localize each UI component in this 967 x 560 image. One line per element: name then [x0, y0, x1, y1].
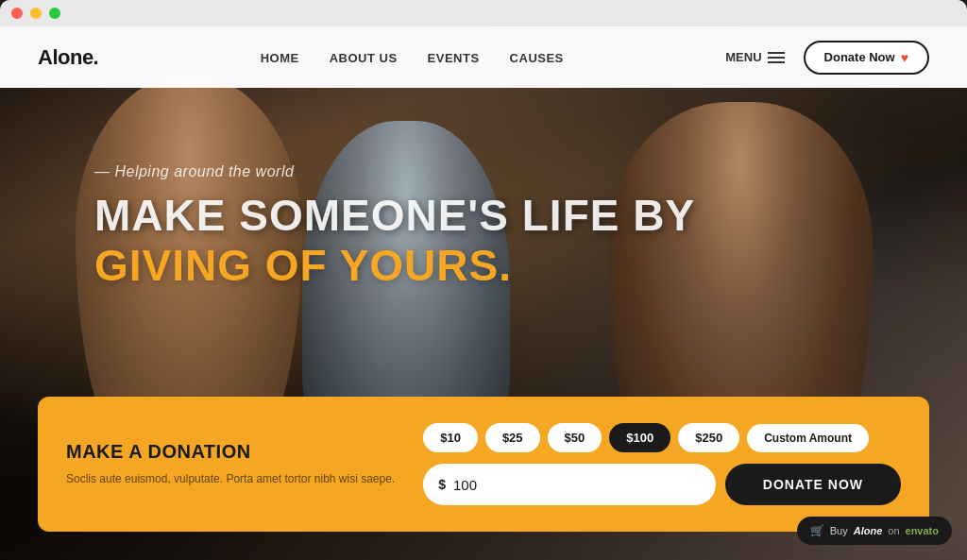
nav-links: HOME ABOUT US EVENTS CAUSES: [261, 49, 564, 66]
envato-badge[interactable]: 🛒 Buy Alone on envato: [797, 517, 952, 545]
donate-now-submit-button[interactable]: DONATE NOW: [725, 464, 901, 505]
donate-now-button[interactable]: Donate Now ♥: [804, 41, 929, 75]
hero-content: Helping around the world MAKE SOMEONE'S …: [0, 88, 967, 292]
close-button[interactable]: [11, 8, 23, 19]
site-logo[interactable]: Alone.: [38, 45, 98, 70]
amount-input[interactable]: [453, 477, 701, 493]
amount-input-wrap: $: [423, 464, 716, 505]
navbar: Alone. HOME ABOUT US EVENTS CAUSES MENU: [0, 26, 967, 88]
amount-button-100[interactable]: $100: [609, 423, 670, 452]
hero-title-line1: MAKE SOMEONE'S LIFE BY: [94, 192, 967, 240]
platform-name: envato: [906, 525, 939, 536]
currency-symbol: $: [438, 477, 446, 492]
donation-panel: MAKE A DONATION Soclis aute euismod, vul…: [38, 397, 929, 532]
amount-button-25[interactable]: $25: [485, 423, 540, 452]
amount-button-250[interactable]: $250: [678, 423, 739, 452]
buy-text: Buy: [830, 525, 848, 536]
donation-info: MAKE A DONATION Soclis aute euismod, vul…: [66, 441, 395, 487]
hamburger-icon: [768, 52, 785, 63]
nav-right: MENU Donate Now ♥: [725, 41, 929, 75]
nav-item-home[interactable]: HOME: [261, 49, 299, 66]
amount-button-50[interactable]: $50: [548, 423, 602, 452]
amount-buttons-row: $10 $25 $50 $100 $250 Custom Amount: [423, 423, 901, 452]
donation-input-row: $ DONATE NOW: [423, 464, 901, 505]
cart-icon: 🛒: [810, 524, 824, 537]
donate-btn-label: Donate Now: [824, 50, 895, 64]
product-name: Alone: [854, 525, 883, 536]
fullscreen-button[interactable]: [49, 8, 60, 19]
nav-link-causes[interactable]: CAUSES: [510, 51, 564, 65]
menu-label: MENU: [725, 50, 761, 64]
menu-button[interactable]: MENU: [725, 50, 784, 64]
site-container: Alone. HOME ABOUT US EVENTS CAUSES MENU: [0, 26, 967, 560]
donation-controls: $10 $25 $50 $100 $250 Custom Amount $ DO…: [423, 423, 901, 505]
hero-subtitle: Helping around the world: [94, 163, 967, 180]
amount-button-custom[interactable]: Custom Amount: [747, 424, 869, 452]
nav-item-about[interactable]: ABOUT US: [330, 49, 398, 66]
nav-link-events[interactable]: EVENTS: [428, 51, 480, 65]
window-chrome: [0, 0, 967, 26]
minimize-button[interactable]: [30, 8, 42, 19]
donation-title: MAKE A DONATION: [66, 441, 395, 463]
nav-item-causes[interactable]: CAUSES: [510, 49, 564, 66]
on-text: on: [888, 525, 899, 536]
nav-link-home[interactable]: HOME: [261, 51, 299, 65]
heart-icon: ♥: [901, 50, 908, 65]
donation-description: Soclis aute euismod, vulputate. Porta am…: [66, 470, 395, 487]
hero-title-line2: GIVING OF YOURS.: [94, 240, 967, 292]
nav-link-about[interactable]: ABOUT US: [330, 51, 398, 65]
amount-button-10[interactable]: $10: [423, 423, 478, 452]
nav-item-events[interactable]: EVENTS: [428, 49, 480, 66]
